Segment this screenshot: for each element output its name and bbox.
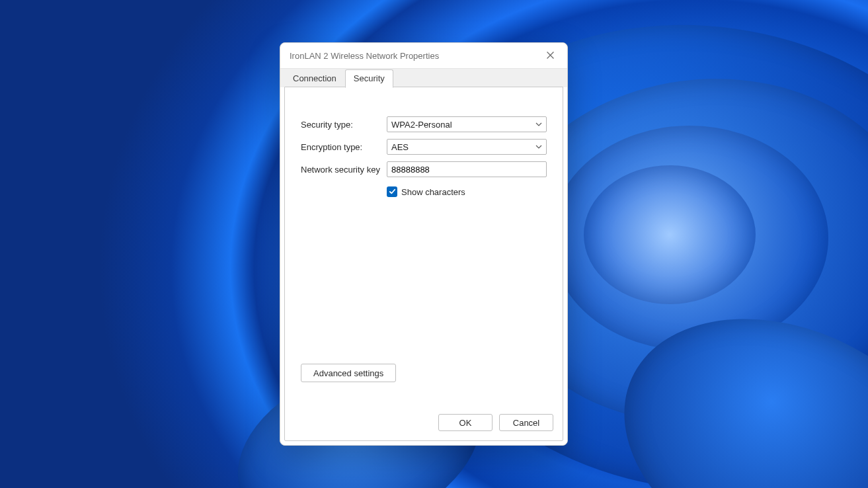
titlebar[interactable]: IronLAN 2 Wireless Network Properties — [280, 43, 567, 69]
advanced-settings-button[interactable]: Advanced settings — [301, 364, 396, 382]
window-title: IronLAN 2 Wireless Network Properties — [290, 51, 537, 61]
show-characters-label[interactable]: Show characters — [401, 187, 465, 197]
encryption-type-row: Encryption type: AES — [301, 139, 547, 155]
security-type-label: Security type: — [301, 120, 387, 130]
encryption-type-label: Encryption type: — [301, 142, 387, 152]
network-key-label: Network security key — [301, 165, 387, 175]
security-tab-panel: Security type: WPA2-Personal Encryption … — [284, 87, 563, 441]
close-button[interactable] — [537, 46, 563, 65]
tab-strip: Connection Security — [280, 69, 567, 87]
security-type-value: WPA2-Personal — [391, 120, 452, 130]
checkmark-icon — [389, 187, 396, 197]
ok-button[interactable]: OK — [438, 414, 493, 431]
close-icon — [547, 51, 554, 61]
show-characters-row: Show characters — [387, 186, 547, 197]
tab-security[interactable]: Security — [345, 69, 393, 88]
network-properties-dialog: IronLAN 2 Wireless Network Properties Co… — [280, 42, 568, 446]
encryption-type-select[interactable]: AES — [387, 139, 547, 155]
dialog-footer: OK Cancel — [438, 414, 553, 431]
encryption-type-value: AES — [391, 142, 409, 152]
network-key-row: Network security key — [301, 161, 547, 177]
tab-connection[interactable]: Connection — [284, 69, 345, 88]
chevron-down-icon — [535, 143, 542, 150]
desktop-wallpaper: IronLAN 2 Wireless Network Properties Co… — [0, 0, 868, 488]
cancel-button[interactable]: Cancel — [499, 414, 553, 431]
security-type-select[interactable]: WPA2-Personal — [387, 116, 547, 132]
security-type-row: Security type: WPA2-Personal — [301, 116, 547, 132]
show-characters-checkbox[interactable] — [387, 186, 397, 197]
network-key-input[interactable] — [387, 161, 547, 177]
chevron-down-icon — [535, 121, 542, 128]
